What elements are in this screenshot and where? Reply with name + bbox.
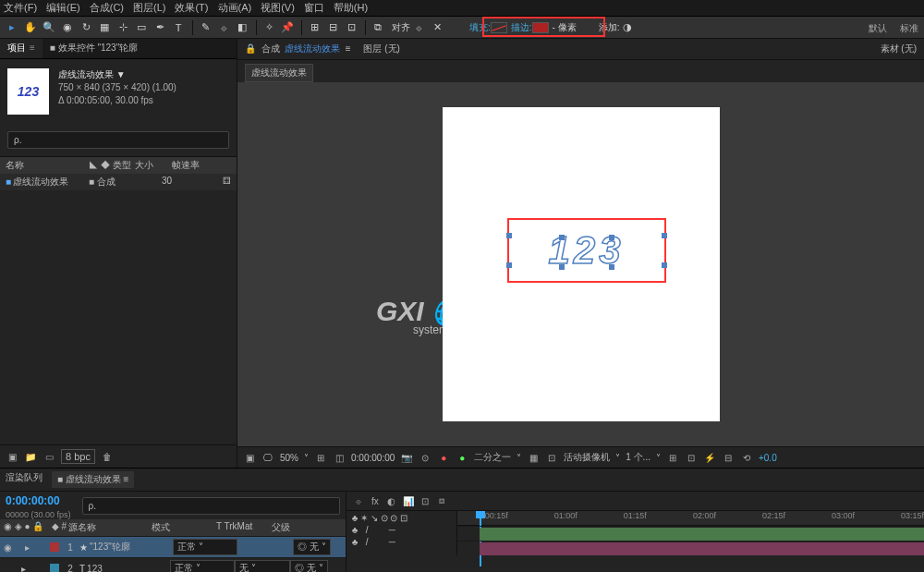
col-type[interactable]: ◣ ◆ 类型 [89, 159, 135, 172]
fast-icon[interactable]: ⚡ [703, 451, 716, 464]
composition-canvas[interactable]: 123 [443, 107, 720, 421]
tl-fx-icon[interactable]: fx [369, 494, 382, 507]
folder-icon[interactable]: 📁 [24, 450, 37, 463]
handle[interactable] [609, 235, 614, 240]
tab-effect-controls[interactable]: ■ 效果控件 "123"轮廓 [43, 39, 145, 58]
clone-tool[interactable]: ⟐ [215, 19, 232, 36]
add-button[interactable]: ◑ [619, 19, 636, 36]
col-parent[interactable]: 父级 [272, 521, 336, 534]
type-tool[interactable]: T [170, 19, 187, 36]
trash-icon[interactable]: 🗑 [101, 450, 114, 463]
pen-tool[interactable]: ✒ [152, 19, 168, 36]
col-rate[interactable]: 帧速率 [172, 159, 231, 172]
tl-shy-icon[interactable]: ⟐ [352, 494, 365, 507]
snap-vertex-icon[interactable]: ✕ [429, 19, 445, 36]
col-name[interactable]: 名称 [6, 159, 89, 172]
roto-tool[interactable]: ✧ [261, 19, 277, 36]
new-comp-icon[interactable]: ▭ [43, 450, 55, 463]
menu-layer[interactable]: 图层(L) [133, 1, 165, 15]
menu-file[interactable]: 文件(F) [4, 1, 37, 15]
transparency-icon[interactable]: ▦ [527, 451, 540, 464]
menu-view[interactable]: 视图(V) [261, 1, 295, 15]
workspace-default[interactable]: 默认 [869, 22, 887, 35]
rotate-tool[interactable]: ↻ [78, 19, 94, 36]
timeline-search[interactable]: ρ. [82, 497, 340, 515]
axis-view[interactable]: ⊡ [343, 19, 359, 36]
view-icon[interactable]: ⊞ [666, 451, 679, 464]
grid-icon[interactable]: ⊞ [314, 451, 327, 464]
shape-tool[interactable]: ▭ [133, 19, 150, 36]
axis-local[interactable]: ⊞ [306, 19, 322, 36]
snap-more-icon[interactable]: ⟐ [410, 19, 427, 36]
channel-r-icon[interactable]: ● [437, 451, 450, 464]
tab-timeline-comp[interactable]: ■ 虚线流动效果 ≡ [52, 471, 134, 488]
axis-world[interactable]: ⊟ [324, 19, 341, 36]
tl-graph-icon[interactable]: 📊 [402, 494, 415, 507]
viewer-layer-tab[interactable]: 图层 (无) [363, 43, 399, 54]
timeline-icon[interactable]: ⊟ [722, 451, 735, 464]
tl-3d-icon[interactable]: ⧈ [435, 494, 448, 507]
3d-icon[interactable]: ⊡ [545, 451, 558, 464]
viewer-comp-name[interactable]: 虚线流动效果 [285, 43, 340, 54]
track-1[interactable] [457, 526, 924, 541]
menu-help[interactable]: 帮助(H) [334, 1, 368, 15]
timeline-timecode[interactable]: 0:00:00:00 [0, 492, 77, 510]
project-item[interactable]: ■虚线流动效果 ■ 合成 30 ⚃ [0, 174, 237, 190]
views-dropdown[interactable]: 1 个... [626, 451, 650, 464]
handle[interactable] [559, 235, 565, 240]
mask-icon[interactable]: ◫ [333, 451, 346, 464]
canvas-area[interactable]: GXI 🌐 system.c 123 [237, 82, 924, 446]
handle[interactable] [559, 264, 565, 270]
camera-dropdown[interactable]: 活动摄像机 [564, 451, 610, 464]
fill-swatch[interactable] [491, 22, 507, 33]
parent-dropdown[interactable]: ◎ 无 ˅ [293, 539, 331, 555]
zoom-tool[interactable]: 🔍 [41, 19, 57, 36]
col-source-name[interactable]: 源名称 [68, 521, 152, 534]
orbit-tool[interactable]: ◉ [59, 19, 76, 36]
tab-project[interactable]: 项目≡ [0, 39, 43, 58]
selected-text-layer[interactable]: 123 [507, 218, 666, 283]
tl-draft-icon[interactable]: ⊡ [419, 494, 432, 507]
mode-dropdown[interactable]: 正常 ˅ [173, 539, 237, 555]
reset-exposure-icon[interactable]: ⟲ [740, 451, 753, 464]
menu-effect[interactable]: 效果(T) [175, 1, 208, 15]
parent-dropdown[interactable]: ◎ 无 ˅ [290, 560, 328, 572]
timeline-layer-2[interactable]: ▸ 2 T 123 正常 ˅ 无 ˅ ◎ 无 ˅ [0, 557, 346, 572]
camera-tool[interactable]: ▦ [96, 19, 113, 36]
handle[interactable] [662, 233, 667, 238]
handle[interactable] [506, 262, 512, 268]
tl-mb-icon[interactable]: ◐ [385, 494, 398, 507]
zoom-dropdown[interactable]: 50% [280, 453, 298, 463]
menu-edit[interactable]: 编辑(E) [46, 1, 80, 15]
snapshot-icon[interactable]: 📷 [400, 451, 413, 464]
menu-anim[interactable]: 动画(A) [218, 1, 252, 15]
resolution-dropdown[interactable]: 二分之一 [474, 451, 511, 464]
preview-icon[interactable]: ⊙ [419, 451, 432, 464]
trkmat-dropdown[interactable]: 无 ˅ [235, 560, 290, 572]
handle[interactable] [662, 262, 667, 268]
menu-comp[interactable]: 合成(C) [90, 1, 124, 15]
hand-tool[interactable]: ✋ [22, 19, 39, 36]
interpret-icon[interactable]: ▣ [6, 450, 18, 463]
snap-icon[interactable]: ⧉ [370, 19, 386, 36]
lock-icon[interactable]: 🔒 [245, 43, 256, 54]
eraser-tool[interactable]: ◧ [234, 19, 250, 36]
pixel-icon[interactable]: ⊡ [685, 451, 698, 464]
comp-thumbnail[interactable]: 123 [7, 68, 49, 115]
col-mode[interactable]: 模式 [152, 521, 216, 534]
bpc-toggle[interactable]: 8 bpc [61, 449, 95, 464]
stroke-swatch[interactable] [532, 22, 549, 33]
timeline-layer-1[interactable]: ◉ ▸ 1 ★ "123"轮廓 正常 ˅ ◎ 无 ˅ [0, 536, 346, 557]
viewer-material-tab[interactable]: 素材 (无) [881, 43, 917, 55]
region-icon[interactable]: ▣ [243, 451, 256, 464]
monitor-icon[interactable]: 🖵 [261, 451, 274, 464]
tab-render-queue[interactable]: 渲染队列 [6, 471, 43, 488]
menu-window[interactable]: 窗口 [304, 1, 324, 15]
brush-tool[interactable]: ✎ [197, 19, 213, 36]
track-2[interactable] [457, 541, 924, 555]
timeline-ruler[interactable]: 00:15f 01:00f 01:15f 02:00f 02:15f 03:00… [457, 511, 924, 526]
anchor-tool[interactable]: ⊹ [115, 19, 131, 36]
channel-g-icon[interactable]: ● [456, 451, 468, 464]
col-trkmat[interactable]: T TrkMat [216, 521, 272, 534]
handle[interactable] [609, 264, 614, 270]
